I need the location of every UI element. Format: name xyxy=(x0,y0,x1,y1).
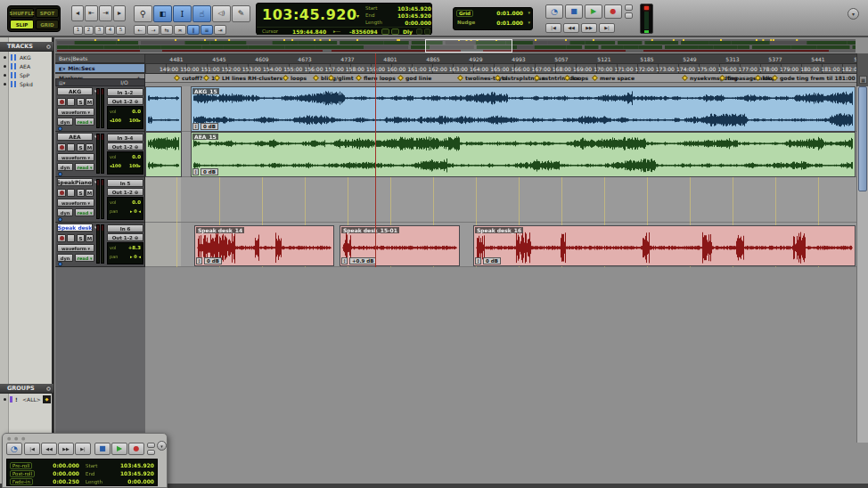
main-counter-display[interactable]: 103:45.920 ▾ Start103:45.920 End103:45.9… xyxy=(256,3,432,35)
input-path-button[interactable]: In 1-2 xyxy=(107,88,143,96)
transport-mini-toggle-2[interactable] xyxy=(147,450,155,455)
main-counter-value[interactable]: 103:45.920 xyxy=(262,6,357,23)
mute-button[interactable]: M xyxy=(86,189,94,197)
input-monitor-button[interactable] xyxy=(67,189,75,197)
fadein-value[interactable]: 0:00.250 xyxy=(53,478,79,484)
markers-ruler[interactable]: cutoff?1LH lines RH-clustersloopsbling/g… xyxy=(145,73,856,83)
marker-label[interactable]: mere space xyxy=(600,75,635,81)
toolbar-options-menu-icon[interactable]: ▾ xyxy=(848,8,859,20)
tracks-list-item-SpP[interactable]: SpP xyxy=(0,71,53,80)
trimmer-tool-icon[interactable]: ◧ xyxy=(153,5,172,22)
grabber-tool-icon[interactable]: ☝ xyxy=(192,5,211,22)
transport-rtz-button[interactable]: |◀ xyxy=(24,443,40,455)
minsec-ruler[interactable]: 149:00150:00151:00152:00153:00154:00155:… xyxy=(145,63,856,73)
marker-label[interactable]: twolines-tryts xyxy=(465,75,507,81)
transport-toggle-1[interactable] xyxy=(625,4,633,11)
track-name[interactable]: Speak desk xyxy=(57,224,93,232)
marker-diamond-icon[interactable] xyxy=(592,75,598,81)
marker-label[interactable]: god linie xyxy=(405,75,431,81)
grid-value-label[interactable]: Grid xyxy=(456,10,473,17)
volume-row[interactable]: vol0.0 xyxy=(108,152,143,161)
solo-button[interactable]: S xyxy=(77,234,85,242)
volume-row[interactable]: vol0.0 xyxy=(108,198,143,207)
pan-row[interactable]: ◂100100▸ xyxy=(108,116,143,125)
zoom-preset-1[interactable]: 1 xyxy=(73,26,83,35)
clip-gain-badge[interactable]: 0 dB xyxy=(483,257,501,264)
pan-row[interactable]: pan▸ 0 ◂ xyxy=(108,252,143,261)
track-view-selector[interactable]: waveform ▾ xyxy=(57,199,94,207)
vertical-scrollbar[interactable] xyxy=(856,86,868,443)
shuffle-mode-button[interactable]: SHUFFLE xyxy=(10,8,34,18)
online-button[interactable]: ◔ xyxy=(545,4,563,19)
audio-clip-AKG_15[interactable]: AKG_15↕0 dB xyxy=(191,86,856,132)
play-button[interactable]: ▶ xyxy=(585,4,602,19)
nudge-value[interactable]: 0:01.000 xyxy=(496,20,523,26)
zoom-out-arrow-button[interactable]: ◂ xyxy=(71,5,84,21)
dyn-button[interactable]: dyn xyxy=(57,254,73,262)
zoom-preset-3[interactable]: 3 xyxy=(94,26,104,35)
tracks-panel-menu-icon[interactable]: ▾ xyxy=(45,44,52,50)
bars-ruler[interactable]: 4481454546094673473748014865492949935057… xyxy=(145,53,856,63)
mute-button[interactable]: M xyxy=(86,98,94,106)
volume-row[interactable]: vol0.0 xyxy=(108,107,143,116)
automation-dot-icon[interactable] xyxy=(58,217,62,222)
marker-diamond-icon[interactable] xyxy=(397,75,404,81)
solo-button[interactable]: S xyxy=(77,98,85,106)
delay-chip-2[interactable] xyxy=(424,28,430,35)
transport-options-menu-icon[interactable]: ▾ xyxy=(157,441,167,451)
pan-row[interactable]: ◂100100▸ xyxy=(108,161,143,170)
selector-tool-icon[interactable]: I xyxy=(173,5,192,22)
preroll-value[interactable]: 0:00.000 xyxy=(53,462,79,468)
universe-overview-strip[interactable] xyxy=(55,39,856,53)
output-path-button[interactable]: Out 1-2 ⊕ xyxy=(107,233,143,241)
solo-button[interactable]: S xyxy=(77,143,85,151)
transport-stop-button[interactable]: ■ xyxy=(94,443,111,455)
record-enable-button[interactable] xyxy=(57,234,66,242)
counter-timebase-menu-icon[interactable]: ▾ xyxy=(356,12,359,19)
slip-mode-button[interactable]: SLIP xyxy=(10,20,34,29)
record-enable-button[interactable] xyxy=(57,98,66,106)
marker-diamond-icon[interactable] xyxy=(356,75,362,81)
transport-record-button[interactable]: ● xyxy=(128,443,144,455)
track-name[interactable]: SpeakPiano' xyxy=(57,178,93,186)
output-path-button[interactable]: Out 1-2 ⊕ xyxy=(107,188,143,196)
tracks-list-item-AKG[interactable]: AKG xyxy=(0,53,53,62)
fast-forward-button[interactable]: ▶▶ xyxy=(581,23,597,33)
output-path-button[interactable]: Out 1-2 ⊕ xyxy=(107,142,143,150)
marker-label[interactable]: LH lines RH-clusters xyxy=(222,75,283,81)
audio-zoom-button[interactable]: ⇤ xyxy=(85,5,98,21)
marker-diamond-icon[interactable] xyxy=(203,75,209,81)
window-traffic-lights[interactable]: ● ● ● xyxy=(7,435,26,441)
ruler-view-icon[interactable]: ▦ xyxy=(859,76,867,84)
timebase-selector-icon[interactable]: ◧▾ xyxy=(59,66,65,71)
edit-small-button-3[interactable]: ≍ xyxy=(174,25,186,35)
edit-small-button-5[interactable]: ≡ xyxy=(201,25,213,35)
zoom-in-arrow-button[interactable]: ▸ xyxy=(113,5,126,21)
record-enable-button[interactable] xyxy=(57,143,66,151)
rewind-button[interactable]: ◀◀ xyxy=(563,23,579,33)
delay-chip-1[interactable] xyxy=(416,28,422,35)
record-enable-button[interactable] xyxy=(57,189,66,197)
marker-diamond-icon[interactable] xyxy=(283,75,289,81)
marker-label[interactable]: gode ting frem til 181:00 xyxy=(780,75,856,81)
transport-toggle-2[interactable] xyxy=(625,12,633,19)
edit-small-button-6[interactable]: ⇥ xyxy=(214,25,226,35)
nudge-menu-icon[interactable]: ▾ xyxy=(528,20,530,25)
group-symbol-icon[interactable]: ◆ xyxy=(43,395,51,403)
track-view-selector[interactable]: waveform ▾ xyxy=(57,244,94,252)
input-path-button[interactable]: In 6 xyxy=(107,224,143,232)
go-to-end-button[interactable]: ▶| xyxy=(599,23,615,33)
marker-label[interactable]: loops xyxy=(291,75,307,81)
edit-small-button-4[interactable]: ∥ xyxy=(187,25,200,35)
automation-dot-icon[interactable] xyxy=(58,172,62,176)
audio-clip-partial[interactable] xyxy=(145,132,182,177)
input-monitor-button[interactable] xyxy=(67,98,75,106)
audio-clip-Speak-desk_16[interactable]: Speak desk_16↕0 dB xyxy=(473,225,856,266)
automation-mode-button[interactable]: read ▾ xyxy=(75,208,94,216)
automation-dot-icon[interactable] xyxy=(58,126,62,131)
group-item-all[interactable]: ! <ALL> ◆ xyxy=(0,395,53,404)
clip-gain-badge[interactable]: 0 dB xyxy=(201,123,218,130)
nudge-value-label[interactable]: Nudge xyxy=(457,20,475,25)
audio-clip-partial[interactable] xyxy=(145,86,182,132)
dyn-button[interactable]: dyn xyxy=(57,208,73,216)
